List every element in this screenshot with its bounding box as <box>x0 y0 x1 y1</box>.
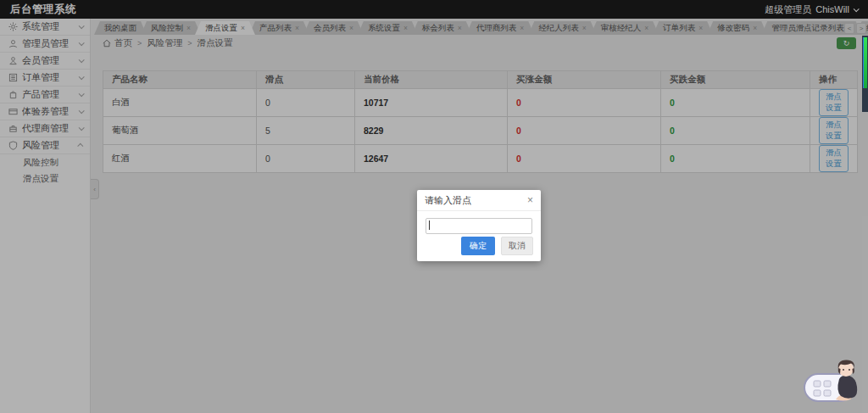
slippage-input-dialog: 请输入滑点 × 确定 取消 <box>417 190 541 261</box>
slippage-input[interactable] <box>426 218 532 234</box>
close-icon[interactable]: × <box>527 195 533 205</box>
scrollbar-track[interactable] <box>862 36 868 112</box>
dialog-title: 请输入滑点 <box>425 194 527 207</box>
dialog-footer: 确定 取消 <box>461 237 533 255</box>
cancel-button[interactable]: 取消 <box>501 237 533 255</box>
scrollbar-thumb[interactable] <box>863 37 867 88</box>
confirm-button[interactable]: 确定 <box>461 237 495 255</box>
dialog-body <box>417 211 541 234</box>
text-caret <box>429 220 430 230</box>
dialog-header: 请输入滑点 × <box>417 190 541 211</box>
mascot-widget[interactable] <box>804 355 861 405</box>
